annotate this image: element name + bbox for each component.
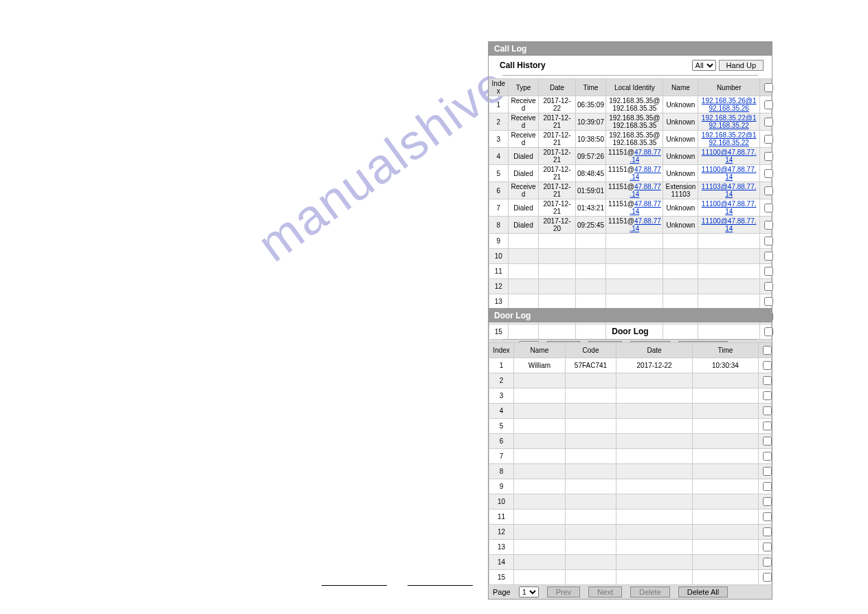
- hand-up-button[interactable]: Hand Up: [719, 60, 764, 71]
- cell: [692, 449, 758, 464]
- number-link[interactable]: 11100@47.88.77.14: [702, 217, 757, 232]
- row-checkbox[interactable]: [763, 421, 772, 430]
- call-history-label: Call History: [500, 61, 546, 70]
- number-link[interactable]: 192.168.35.22@192.168.35.22: [702, 131, 757, 146]
- ip-link[interactable]: 47.88.77.14: [630, 166, 660, 181]
- cell: Unknown: [663, 148, 698, 165]
- cell: [514, 479, 566, 494]
- row-checkbox[interactable]: [764, 237, 773, 245]
- cell: 11: [489, 509, 514, 525]
- number-link[interactable]: 192.168.35.26@192.168.35.26: [702, 97, 757, 112]
- cell: [692, 494, 758, 509]
- call-filter-select[interactable]: All: [692, 60, 716, 71]
- cell: [692, 540, 758, 555]
- call-col-header: Type: [508, 79, 539, 96]
- door-next-button[interactable]: Next: [588, 586, 622, 597]
- door-prev-button[interactable]: Prev: [547, 586, 581, 597]
- ip-link[interactable]: 47.88.77.14: [630, 200, 660, 215]
- table-row: 8: [489, 464, 772, 479]
- cell: [758, 479, 771, 494]
- number-link[interactable]: 11103@47.88.77.14: [702, 183, 757, 198]
- cell: [514, 434, 566, 449]
- cell: [758, 449, 771, 464]
- row-checkbox[interactable]: [763, 467, 772, 476]
- cell: [692, 525, 758, 540]
- cell: 12: [489, 525, 514, 540]
- ip-link[interactable]: 47.88.77.14: [630, 183, 660, 198]
- table-row: 12: [489, 279, 772, 294]
- row-checkbox[interactable]: [764, 267, 773, 276]
- cell: [565, 449, 616, 464]
- divider: [502, 75, 758, 76]
- row-checkbox[interactable]: [763, 452, 772, 461]
- row-checkbox[interactable]: [763, 376, 772, 385]
- row-checkbox[interactable]: [764, 118, 773, 127]
- row-checkbox[interactable]: [764, 152, 773, 161]
- cell: [759, 182, 771, 199]
- cell: [514, 388, 566, 404]
- row-checkbox[interactable]: [764, 135, 773, 144]
- row-checkbox[interactable]: [764, 100, 773, 109]
- cell: 2017-12-21: [539, 131, 575, 148]
- row-checkbox[interactable]: [763, 558, 772, 567]
- cell: [514, 494, 566, 509]
- row-checkbox[interactable]: [764, 186, 773, 195]
- row-checkbox[interactable]: [764, 297, 773, 306]
- number-link[interactable]: 11100@47.88.77.14: [702, 166, 757, 181]
- row-checkbox[interactable]: [763, 437, 772, 446]
- row-checkbox[interactable]: [763, 391, 772, 400]
- row-checkbox[interactable]: [764, 282, 773, 291]
- number-link[interactable]: 192.168.35.22@192.168.35.22: [702, 114, 757, 129]
- row-checkbox[interactable]: [763, 512, 772, 521]
- ip-link[interactable]: 47.88.77.14: [630, 217, 660, 232]
- table-row: 5Dialed2017-12-2108:48:4511151@47.88.77.…: [489, 165, 772, 182]
- cell: 2: [489, 113, 509, 131]
- cell: 11: [489, 264, 509, 279]
- cell: [758, 555, 771, 570]
- cell: [565, 555, 616, 570]
- table-row: 13: [489, 294, 772, 309]
- row-checkbox[interactable]: [764, 252, 773, 261]
- ip-link[interactable]: 47.88.77.14: [630, 149, 660, 164]
- cell: [698, 249, 759, 264]
- cell: [758, 494, 771, 509]
- door-select-all-checkbox[interactable]: [763, 346, 772, 355]
- door-page-select[interactable]: 1: [519, 586, 539, 597]
- call-select-all-checkbox[interactable]: [764, 83, 773, 92]
- cell: 2017-12-21: [539, 113, 575, 131]
- call-col-header: [759, 79, 771, 96]
- door-delete-button[interactable]: Delete: [630, 586, 670, 597]
- row-checkbox[interactable]: [764, 221, 773, 230]
- cell: [759, 199, 771, 217]
- row-checkbox[interactable]: [763, 361, 772, 370]
- cell: 11151@47.88.77.14: [606, 199, 663, 217]
- cell: 13: [489, 294, 509, 309]
- cell: [692, 419, 758, 434]
- table-row: 7Dialed2017-12-2101:43:2111151@47.88.77.…: [489, 199, 772, 217]
- row-checkbox[interactable]: [763, 406, 772, 415]
- cell: 4: [489, 404, 514, 419]
- number-link[interactable]: 11100@47.88.77.14: [702, 149, 757, 164]
- table-row: 6Received2017-12-2101:59:0111151@47.88.7…: [489, 182, 772, 199]
- row-checkbox[interactable]: [763, 482, 772, 491]
- table-row: 15: [489, 570, 772, 585]
- door-log-subhead: Door Log: [489, 322, 772, 339]
- cell: 2: [489, 373, 514, 388]
- cell: Received: [508, 182, 539, 199]
- cell: [606, 234, 663, 249]
- cell: [663, 234, 698, 249]
- cell: 1: [489, 358, 514, 373]
- door-delete-all-button[interactable]: Delete All: [678, 586, 728, 597]
- cell: [758, 464, 771, 479]
- row-checkbox[interactable]: [763, 527, 772, 536]
- row-checkbox[interactable]: [764, 204, 773, 212]
- cell: [692, 479, 758, 494]
- row-checkbox[interactable]: [763, 542, 772, 551]
- number-link[interactable]: 11100@47.88.77.14: [702, 200, 757, 215]
- cell: Unknown: [663, 199, 698, 217]
- table-row: 7: [489, 449, 772, 464]
- row-checkbox[interactable]: [763, 573, 772, 582]
- row-checkbox[interactable]: [763, 497, 772, 506]
- row-checkbox[interactable]: [764, 169, 773, 178]
- cell: 9: [489, 234, 509, 249]
